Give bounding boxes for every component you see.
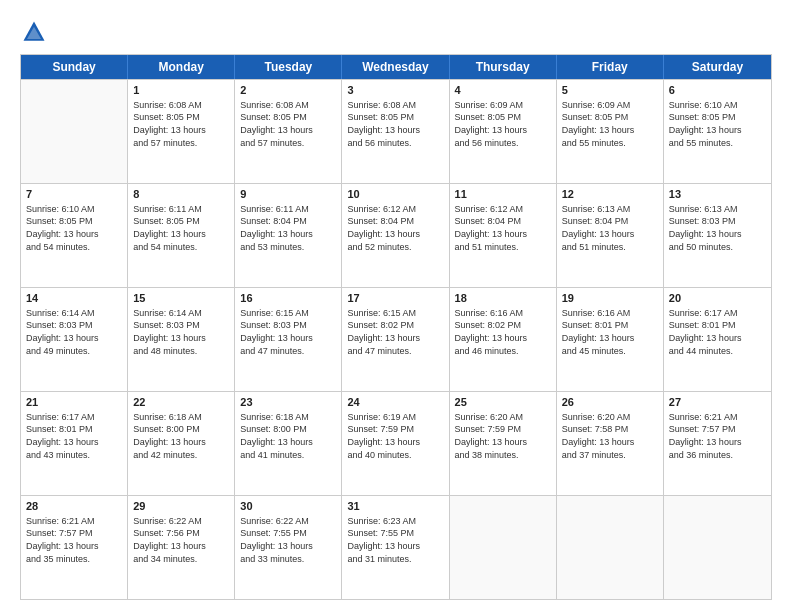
day-info: Sunrise: 6:08 AMSunset: 8:05 PMDaylight:… (347, 99, 443, 149)
calendar-cell: 28Sunrise: 6:21 AMSunset: 7:57 PMDayligh… (21, 496, 128, 599)
day-number: 8 (133, 187, 229, 202)
day-info: Sunrise: 6:20 AMSunset: 7:59 PMDaylight:… (455, 411, 551, 461)
day-info: Sunrise: 6:11 AMSunset: 8:05 PMDaylight:… (133, 203, 229, 253)
day-number: 12 (562, 187, 658, 202)
logo (20, 18, 52, 46)
day-info: Sunrise: 6:23 AMSunset: 7:55 PMDaylight:… (347, 515, 443, 565)
day-info: Sunrise: 6:13 AMSunset: 8:03 PMDaylight:… (669, 203, 766, 253)
calendar-cell: 31Sunrise: 6:23 AMSunset: 7:55 PMDayligh… (342, 496, 449, 599)
day-number: 29 (133, 499, 229, 514)
calendar-cell: 21Sunrise: 6:17 AMSunset: 8:01 PMDayligh… (21, 392, 128, 495)
calendar-cell: 27Sunrise: 6:21 AMSunset: 7:57 PMDayligh… (664, 392, 771, 495)
day-number: 25 (455, 395, 551, 410)
day-info: Sunrise: 6:14 AMSunset: 8:03 PMDaylight:… (26, 307, 122, 357)
day-number: 23 (240, 395, 336, 410)
calendar: SundayMondayTuesdayWednesdayThursdayFrid… (20, 54, 772, 600)
calendar-cell: 13Sunrise: 6:13 AMSunset: 8:03 PMDayligh… (664, 184, 771, 287)
header-day-sunday: Sunday (21, 55, 128, 79)
day-number: 3 (347, 83, 443, 98)
header-day-monday: Monday (128, 55, 235, 79)
day-number: 19 (562, 291, 658, 306)
day-info: Sunrise: 6:09 AMSunset: 8:05 PMDaylight:… (455, 99, 551, 149)
calendar-cell: 6Sunrise: 6:10 AMSunset: 8:05 PMDaylight… (664, 80, 771, 183)
calendar-cell: 3Sunrise: 6:08 AMSunset: 8:05 PMDaylight… (342, 80, 449, 183)
day-number: 20 (669, 291, 766, 306)
day-info: Sunrise: 6:18 AMSunset: 8:00 PMDaylight:… (133, 411, 229, 461)
header-day-thursday: Thursday (450, 55, 557, 79)
day-number: 24 (347, 395, 443, 410)
calendar-cell: 7Sunrise: 6:10 AMSunset: 8:05 PMDaylight… (21, 184, 128, 287)
day-number: 1 (133, 83, 229, 98)
calendar-cell: 20Sunrise: 6:17 AMSunset: 8:01 PMDayligh… (664, 288, 771, 391)
calendar-cell: 25Sunrise: 6:20 AMSunset: 7:59 PMDayligh… (450, 392, 557, 495)
calendar-cell (21, 80, 128, 183)
day-info: Sunrise: 6:12 AMSunset: 8:04 PMDaylight:… (347, 203, 443, 253)
header-day-tuesday: Tuesday (235, 55, 342, 79)
logo-icon (20, 18, 48, 46)
calendar-cell: 10Sunrise: 6:12 AMSunset: 8:04 PMDayligh… (342, 184, 449, 287)
day-number: 30 (240, 499, 336, 514)
calendar-week-3: 14Sunrise: 6:14 AMSunset: 8:03 PMDayligh… (21, 287, 771, 391)
day-info: Sunrise: 6:22 AMSunset: 7:55 PMDaylight:… (240, 515, 336, 565)
calendar-cell: 14Sunrise: 6:14 AMSunset: 8:03 PMDayligh… (21, 288, 128, 391)
day-number: 26 (562, 395, 658, 410)
day-info: Sunrise: 6:13 AMSunset: 8:04 PMDaylight:… (562, 203, 658, 253)
day-number: 14 (26, 291, 122, 306)
day-info: Sunrise: 6:14 AMSunset: 8:03 PMDaylight:… (133, 307, 229, 357)
day-number: 5 (562, 83, 658, 98)
day-number: 7 (26, 187, 122, 202)
calendar-week-4: 21Sunrise: 6:17 AMSunset: 8:01 PMDayligh… (21, 391, 771, 495)
day-number: 15 (133, 291, 229, 306)
calendar-cell: 15Sunrise: 6:14 AMSunset: 8:03 PMDayligh… (128, 288, 235, 391)
day-number: 10 (347, 187, 443, 202)
day-number: 2 (240, 83, 336, 98)
calendar-cell: 9Sunrise: 6:11 AMSunset: 8:04 PMDaylight… (235, 184, 342, 287)
day-info: Sunrise: 6:22 AMSunset: 7:56 PMDaylight:… (133, 515, 229, 565)
day-info: Sunrise: 6:10 AMSunset: 8:05 PMDaylight:… (669, 99, 766, 149)
day-number: 11 (455, 187, 551, 202)
day-number: 18 (455, 291, 551, 306)
day-info: Sunrise: 6:15 AMSunset: 8:03 PMDaylight:… (240, 307, 336, 357)
day-number: 28 (26, 499, 122, 514)
calendar-cell (557, 496, 664, 599)
day-number: 21 (26, 395, 122, 410)
day-info: Sunrise: 6:15 AMSunset: 8:02 PMDaylight:… (347, 307, 443, 357)
day-number: 16 (240, 291, 336, 306)
day-number: 22 (133, 395, 229, 410)
calendar-cell: 1Sunrise: 6:08 AMSunset: 8:05 PMDaylight… (128, 80, 235, 183)
calendar-cell (664, 496, 771, 599)
calendar-cell (450, 496, 557, 599)
calendar-body: 1Sunrise: 6:08 AMSunset: 8:05 PMDaylight… (21, 79, 771, 599)
day-number: 17 (347, 291, 443, 306)
day-info: Sunrise: 6:11 AMSunset: 8:04 PMDaylight:… (240, 203, 336, 253)
day-number: 27 (669, 395, 766, 410)
day-info: Sunrise: 6:08 AMSunset: 8:05 PMDaylight:… (133, 99, 229, 149)
calendar-week-5: 28Sunrise: 6:21 AMSunset: 7:57 PMDayligh… (21, 495, 771, 599)
day-info: Sunrise: 6:20 AMSunset: 7:58 PMDaylight:… (562, 411, 658, 461)
day-info: Sunrise: 6:17 AMSunset: 8:01 PMDaylight:… (26, 411, 122, 461)
day-info: Sunrise: 6:18 AMSunset: 8:00 PMDaylight:… (240, 411, 336, 461)
calendar-cell: 8Sunrise: 6:11 AMSunset: 8:05 PMDaylight… (128, 184, 235, 287)
calendar-cell: 16Sunrise: 6:15 AMSunset: 8:03 PMDayligh… (235, 288, 342, 391)
day-info: Sunrise: 6:12 AMSunset: 8:04 PMDaylight:… (455, 203, 551, 253)
day-info: Sunrise: 6:21 AMSunset: 7:57 PMDaylight:… (26, 515, 122, 565)
day-number: 6 (669, 83, 766, 98)
calendar-cell: 5Sunrise: 6:09 AMSunset: 8:05 PMDaylight… (557, 80, 664, 183)
day-number: 9 (240, 187, 336, 202)
day-info: Sunrise: 6:17 AMSunset: 8:01 PMDaylight:… (669, 307, 766, 357)
calendar-cell: 2Sunrise: 6:08 AMSunset: 8:05 PMDaylight… (235, 80, 342, 183)
calendar-cell: 11Sunrise: 6:12 AMSunset: 8:04 PMDayligh… (450, 184, 557, 287)
calendar-week-1: 1Sunrise: 6:08 AMSunset: 8:05 PMDaylight… (21, 79, 771, 183)
calendar-cell: 4Sunrise: 6:09 AMSunset: 8:05 PMDaylight… (450, 80, 557, 183)
header-day-wednesday: Wednesday (342, 55, 449, 79)
calendar-week-2: 7Sunrise: 6:10 AMSunset: 8:05 PMDaylight… (21, 183, 771, 287)
day-info: Sunrise: 6:16 AMSunset: 8:02 PMDaylight:… (455, 307, 551, 357)
calendar-cell: 22Sunrise: 6:18 AMSunset: 8:00 PMDayligh… (128, 392, 235, 495)
calendar-cell: 29Sunrise: 6:22 AMSunset: 7:56 PMDayligh… (128, 496, 235, 599)
day-info: Sunrise: 6:10 AMSunset: 8:05 PMDaylight:… (26, 203, 122, 253)
day-number: 31 (347, 499, 443, 514)
calendar-cell: 18Sunrise: 6:16 AMSunset: 8:02 PMDayligh… (450, 288, 557, 391)
calendar-header: SundayMondayTuesdayWednesdayThursdayFrid… (21, 55, 771, 79)
day-number: 13 (669, 187, 766, 202)
calendar-cell: 30Sunrise: 6:22 AMSunset: 7:55 PMDayligh… (235, 496, 342, 599)
